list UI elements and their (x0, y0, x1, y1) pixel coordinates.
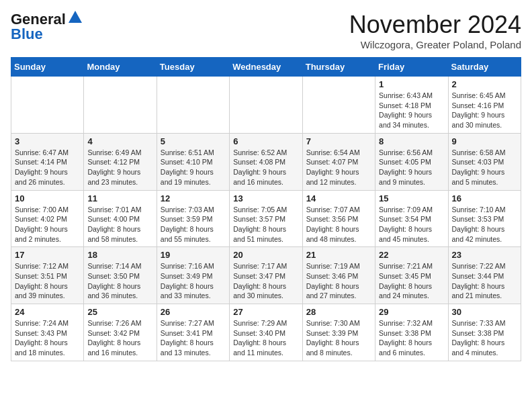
day-info: Sunrise: 7:22 AM Sunset: 3:44 PM Dayligh… (452, 261, 517, 301)
calendar-cell: 16Sunrise: 7:10 AM Sunset: 3:53 PM Dayli… (448, 190, 521, 247)
calendar-cell: 23Sunrise: 7:22 AM Sunset: 3:44 PM Dayli… (448, 247, 521, 304)
day-number: 27 (233, 307, 298, 317)
day-info: Sunrise: 7:00 AM Sunset: 4:02 PM Dayligh… (15, 205, 80, 244)
day-info: Sunrise: 6:58 AM Sunset: 4:03 PM Dayligh… (452, 148, 517, 187)
calendar-cell: 21Sunrise: 7:19 AM Sunset: 3:46 PM Dayli… (302, 247, 375, 304)
day-info: Sunrise: 6:52 AM Sunset: 4:08 PM Dayligh… (233, 148, 298, 187)
calendar-week-0: 1Sunrise: 6:43 AM Sunset: 4:18 PM Daylig… (11, 77, 521, 134)
calendar-cell (84, 77, 157, 134)
day-info: Sunrise: 6:45 AM Sunset: 4:16 PM Dayligh… (452, 91, 517, 130)
day-number: 7 (306, 136, 371, 146)
day-info: Sunrise: 7:32 AM Sunset: 3:38 PM Dayligh… (379, 318, 444, 358)
day-number: 12 (161, 193, 226, 203)
calendar-cell: 18Sunrise: 7:14 AM Sunset: 3:50 PM Dayli… (84, 247, 157, 304)
day-header-saturday: Saturday (448, 58, 521, 77)
day-number: 16 (452, 193, 517, 203)
day-info: Sunrise: 7:10 AM Sunset: 3:53 PM Dayligh… (452, 205, 517, 244)
calendar-week-1: 3Sunrise: 6:47 AM Sunset: 4:14 PM Daylig… (11, 133, 521, 190)
day-info: Sunrise: 7:14 AM Sunset: 3:50 PM Dayligh… (87, 261, 152, 301)
day-number: 17 (15, 250, 80, 260)
day-info: Sunrise: 7:09 AM Sunset: 3:54 PM Dayligh… (379, 205, 444, 244)
calendar-cell (11, 77, 84, 134)
calendar-cell: 13Sunrise: 7:05 AM Sunset: 3:57 PM Dayli… (230, 190, 302, 247)
calendar-table: SundayMondayTuesdayWednesdayThursdayFrid… (11, 57, 521, 361)
calendar-cell: 2Sunrise: 6:45 AM Sunset: 4:16 PM Daylig… (448, 77, 521, 134)
title-area: November 2024 Wilczogora, Greater Poland… (349, 11, 521, 50)
calendar-cell: 8Sunrise: 6:56 AM Sunset: 4:05 PM Daylig… (375, 133, 448, 190)
day-info: Sunrise: 7:26 AM Sunset: 3:42 PM Dayligh… (87, 318, 152, 358)
logo-blue: Blue (11, 26, 43, 43)
day-number: 3 (15, 136, 80, 146)
calendar-cell: 15Sunrise: 7:09 AM Sunset: 3:54 PM Dayli… (375, 190, 448, 247)
calendar-cell: 10Sunrise: 7:00 AM Sunset: 4:02 PM Dayli… (11, 190, 84, 247)
day-info: Sunrise: 7:05 AM Sunset: 3:57 PM Dayligh… (233, 205, 298, 244)
header: General Blue November 2024 Wilczogora, G… (11, 11, 521, 50)
calendar-cell: 28Sunrise: 7:30 AM Sunset: 3:39 PM Dayli… (302, 304, 375, 361)
day-number: 23 (452, 250, 517, 260)
calendar-cell (302, 77, 375, 134)
day-info: Sunrise: 7:07 AM Sunset: 3:56 PM Dayligh… (306, 205, 371, 244)
logo-icon (69, 11, 82, 23)
calendar-cell: 1Sunrise: 6:43 AM Sunset: 4:18 PM Daylig… (375, 77, 448, 134)
day-info: Sunrise: 7:21 AM Sunset: 3:45 PM Dayligh… (379, 261, 444, 301)
calendar-cell: 3Sunrise: 6:47 AM Sunset: 4:14 PM Daylig… (11, 133, 84, 190)
day-number: 18 (87, 250, 152, 260)
calendar-cell: 9Sunrise: 6:58 AM Sunset: 4:03 PM Daylig… (448, 133, 521, 190)
calendar-cell: 27Sunrise: 7:29 AM Sunset: 3:40 PM Dayli… (230, 304, 302, 361)
calendar-cell: 24Sunrise: 7:24 AM Sunset: 3:43 PM Dayli… (11, 304, 84, 361)
day-info: Sunrise: 7:16 AM Sunset: 3:49 PM Dayligh… (161, 261, 226, 301)
logo: General Blue (11, 11, 82, 43)
calendar-cell: 12Sunrise: 7:03 AM Sunset: 3:59 PM Dayli… (157, 190, 229, 247)
day-number: 11 (87, 193, 152, 203)
day-info: Sunrise: 7:24 AM Sunset: 3:43 PM Dayligh… (15, 318, 80, 358)
day-info: Sunrise: 7:30 AM Sunset: 3:39 PM Dayligh… (306, 318, 371, 358)
day-number: 1 (379, 79, 444, 89)
calendar-cell: 4Sunrise: 6:49 AM Sunset: 4:12 PM Daylig… (84, 133, 157, 190)
day-number: 26 (161, 307, 226, 317)
day-number: 20 (233, 250, 298, 260)
calendar-cell: 5Sunrise: 6:51 AM Sunset: 4:10 PM Daylig… (157, 133, 229, 190)
day-info: Sunrise: 7:27 AM Sunset: 3:41 PM Dayligh… (161, 318, 226, 358)
location: Wilczogora, Greater Poland, Poland (349, 39, 521, 50)
calendar-cell: 17Sunrise: 7:12 AM Sunset: 3:51 PM Dayli… (11, 247, 84, 304)
day-number: 2 (452, 79, 517, 89)
calendar-cell (157, 77, 229, 134)
day-number: 29 (379, 307, 444, 317)
calendar-cell: 14Sunrise: 7:07 AM Sunset: 3:56 PM Dayli… (302, 190, 375, 247)
day-number: 30 (452, 307, 517, 317)
day-info: Sunrise: 6:49 AM Sunset: 4:12 PM Dayligh… (87, 148, 152, 187)
calendar-cell: 11Sunrise: 7:01 AM Sunset: 4:00 PM Dayli… (84, 190, 157, 247)
calendar-cell: 29Sunrise: 7:32 AM Sunset: 3:38 PM Dayli… (375, 304, 448, 361)
day-info: Sunrise: 7:03 AM Sunset: 3:59 PM Dayligh… (161, 205, 226, 244)
day-number: 5 (161, 136, 226, 146)
calendar-cell: 7Sunrise: 6:54 AM Sunset: 4:07 PM Daylig… (302, 133, 375, 190)
day-number: 21 (306, 250, 371, 260)
calendar-cell (230, 77, 302, 134)
calendar-header-row: SundayMondayTuesdayWednesdayThursdayFrid… (11, 58, 521, 77)
calendar-cell: 20Sunrise: 7:17 AM Sunset: 3:47 PM Dayli… (230, 247, 302, 304)
calendar-cell: 30Sunrise: 7:33 AM Sunset: 3:38 PM Dayli… (448, 304, 521, 361)
calendar-week-2: 10Sunrise: 7:00 AM Sunset: 4:02 PM Dayli… (11, 190, 521, 247)
day-header-tuesday: Tuesday (157, 58, 229, 77)
day-number: 9 (452, 136, 517, 146)
day-info: Sunrise: 6:47 AM Sunset: 4:14 PM Dayligh… (15, 148, 80, 187)
calendar-cell: 26Sunrise: 7:27 AM Sunset: 3:41 PM Dayli… (157, 304, 229, 361)
month-title: November 2024 (349, 11, 521, 39)
day-info: Sunrise: 6:51 AM Sunset: 4:10 PM Dayligh… (161, 148, 226, 187)
calendar-cell: 22Sunrise: 7:21 AM Sunset: 3:45 PM Dayli… (375, 247, 448, 304)
day-info: Sunrise: 7:33 AM Sunset: 3:38 PM Dayligh… (452, 318, 517, 358)
day-info: Sunrise: 6:54 AM Sunset: 4:07 PM Dayligh… (306, 148, 371, 187)
calendar-week-3: 17Sunrise: 7:12 AM Sunset: 3:51 PM Dayli… (11, 247, 521, 304)
day-number: 4 (87, 136, 152, 146)
day-info: Sunrise: 7:12 AM Sunset: 3:51 PM Dayligh… (15, 261, 80, 301)
day-number: 28 (306, 307, 371, 317)
calendar-week-4: 24Sunrise: 7:24 AM Sunset: 3:43 PM Dayli… (11, 304, 521, 361)
calendar-cell: 25Sunrise: 7:26 AM Sunset: 3:42 PM Dayli… (84, 304, 157, 361)
day-number: 15 (379, 193, 444, 203)
day-header-friday: Friday (375, 58, 448, 77)
day-info: Sunrise: 7:29 AM Sunset: 3:40 PM Dayligh… (233, 318, 298, 358)
day-number: 6 (233, 136, 298, 146)
calendar-cell: 19Sunrise: 7:16 AM Sunset: 3:49 PM Dayli… (157, 247, 229, 304)
day-header-wednesday: Wednesday (230, 58, 302, 77)
day-number: 14 (306, 193, 371, 203)
